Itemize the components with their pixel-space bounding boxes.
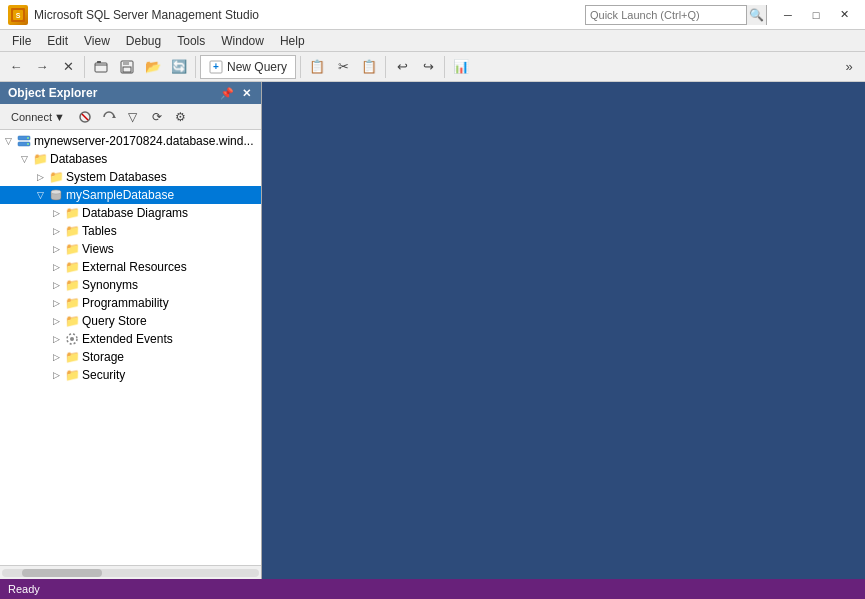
toolbar-copy-btn[interactable]: 📋 bbox=[305, 55, 329, 79]
databases-label: Databases bbox=[50, 152, 107, 166]
toolbar-cut-btn[interactable]: ✂ bbox=[331, 55, 355, 79]
menu-view[interactable]: View bbox=[76, 30, 118, 52]
server-label: mynewserver-20170824.database.wind... bbox=[34, 134, 253, 148]
title-bar: S Microsoft SQL Server Management Studio… bbox=[0, 0, 865, 30]
storage-label: Storage bbox=[82, 350, 124, 364]
security-expander[interactable]: ▷ bbox=[48, 367, 64, 383]
menu-help[interactable]: Help bbox=[272, 30, 313, 52]
tree-node-views[interactable]: ▷ 📁 Views bbox=[0, 240, 261, 258]
security-folder-icon: 📁 bbox=[64, 367, 80, 383]
menu-window[interactable]: Window bbox=[213, 30, 272, 52]
databases-expander[interactable]: ▽ bbox=[16, 151, 32, 167]
tree-node-database-diagrams[interactable]: ▷ 📁 Database Diagrams bbox=[0, 204, 261, 222]
svg-marker-12 bbox=[112, 115, 116, 118]
toolbar-sep-2 bbox=[195, 56, 196, 78]
toolbar-expand-btn[interactable]: » bbox=[837, 55, 861, 79]
scrollbar-track[interactable] bbox=[2, 569, 259, 577]
tables-expander[interactable]: ▷ bbox=[48, 223, 64, 239]
tree-node-storage[interactable]: ▷ 📁 Storage bbox=[0, 348, 261, 366]
external-resources-label: External Resources bbox=[82, 260, 187, 274]
tree-node-synonyms[interactable]: ▷ 📁 Synonyms bbox=[0, 276, 261, 294]
oe-refresh-btn[interactable] bbox=[98, 106, 120, 128]
close-button[interactable]: ✕ bbox=[831, 5, 857, 25]
menu-bar: File Edit View Debug Tools Window Help bbox=[0, 30, 865, 52]
query-store-expander[interactable]: ▷ bbox=[48, 313, 64, 329]
window-controls: ─ □ ✕ bbox=[775, 5, 857, 25]
tree-node-system-databases[interactable]: ▷ 📁 System Databases bbox=[0, 168, 261, 186]
database-icon bbox=[48, 187, 64, 203]
toolbar-redo-btn[interactable]: ↪ bbox=[416, 55, 440, 79]
tree-node-mysampledatabase[interactable]: ▽ mySampleDatabase bbox=[0, 186, 261, 204]
synonyms-label: Synonyms bbox=[82, 278, 138, 292]
search-input[interactable] bbox=[586, 9, 746, 21]
toolbar-stop-btn[interactable]: ✕ bbox=[56, 55, 80, 79]
toolbar-btn-3[interactable]: 📂 bbox=[141, 55, 165, 79]
toolbar-chart-btn[interactable]: 📊 bbox=[449, 55, 473, 79]
query-store-label: Query Store bbox=[82, 314, 147, 328]
system-databases-expander[interactable]: ▷ bbox=[32, 169, 48, 185]
main-area: Object Explorer 📌 ✕ Connect ▼ ▽ ⟳ ⚙ bbox=[0, 82, 865, 579]
svg-point-16 bbox=[27, 143, 29, 145]
query-store-folder-icon: 📁 bbox=[64, 313, 80, 329]
synonyms-expander[interactable]: ▷ bbox=[48, 277, 64, 293]
mysampledatabase-expander[interactable]: ▽ bbox=[32, 187, 48, 203]
object-explorer-toolbar: Connect ▼ ▽ ⟳ ⚙ bbox=[0, 104, 261, 130]
oe-settings-btn[interactable]: ⚙ bbox=[170, 106, 192, 128]
toolbar-paste-btn[interactable]: 📋 bbox=[357, 55, 381, 79]
svg-rect-3 bbox=[95, 63, 107, 72]
toolbar-back-btn[interactable]: ← bbox=[4, 55, 28, 79]
tree-node-query-store[interactable]: ▷ 📁 Query Store bbox=[0, 312, 261, 330]
tree-node-external-resources[interactable]: ▷ 📁 External Resources bbox=[0, 258, 261, 276]
svg-point-15 bbox=[27, 137, 29, 139]
connect-button[interactable]: Connect ▼ bbox=[4, 106, 72, 128]
extended-events-expander[interactable]: ▷ bbox=[48, 331, 64, 347]
storage-folder-icon: 📁 bbox=[64, 349, 80, 365]
oe-pin-btn[interactable]: 📌 bbox=[218, 87, 236, 100]
restore-button[interactable]: □ bbox=[803, 5, 829, 25]
database-diagrams-label: Database Diagrams bbox=[82, 206, 188, 220]
tables-folder-icon: 📁 bbox=[64, 223, 80, 239]
toolbar-sep-1 bbox=[84, 56, 85, 78]
tree-scrollbar[interactable] bbox=[0, 565, 261, 579]
tree-node-server[interactable]: ▽ mynewserver-20170824.database.wind... bbox=[0, 132, 261, 150]
extended-events-icon bbox=[64, 331, 80, 347]
search-icon[interactable]: 🔍 bbox=[746, 5, 766, 25]
toolbar-forward-btn[interactable]: → bbox=[30, 55, 54, 79]
toolbar-btn-2[interactable] bbox=[89, 55, 113, 79]
menu-tools[interactable]: Tools bbox=[169, 30, 213, 52]
storage-expander[interactable]: ▷ bbox=[48, 349, 64, 365]
synonyms-folder-icon: 📁 bbox=[64, 277, 80, 293]
external-resources-folder-icon: 📁 bbox=[64, 259, 80, 275]
quick-launch-search[interactable]: 🔍 bbox=[585, 5, 767, 25]
scrollbar-thumb[interactable] bbox=[22, 569, 102, 577]
tree-view[interactable]: ▽ mynewserver-20170824.database.wind... … bbox=[0, 130, 261, 565]
status-bar: Ready bbox=[0, 579, 865, 599]
menu-debug[interactable]: Debug bbox=[118, 30, 169, 52]
oe-sync-btn[interactable]: ⟳ bbox=[146, 106, 168, 128]
tree-node-security[interactable]: ▷ 📁 Security bbox=[0, 366, 261, 384]
toolbar-undo-btn[interactable]: ↩ bbox=[390, 55, 414, 79]
minimize-button[interactable]: ─ bbox=[775, 5, 801, 25]
external-resources-expander[interactable]: ▷ bbox=[48, 259, 64, 275]
oe-disconnect-btn[interactable] bbox=[74, 106, 96, 128]
views-expander[interactable]: ▷ bbox=[48, 241, 64, 257]
oe-filter-btn[interactable]: ▽ bbox=[122, 106, 144, 128]
programmability-folder-icon: 📁 bbox=[64, 295, 80, 311]
tree-node-extended-events[interactable]: ▷ Extended Events bbox=[0, 330, 261, 348]
programmability-expander[interactable]: ▷ bbox=[48, 295, 64, 311]
tree-node-tables[interactable]: ▷ 📁 Tables bbox=[0, 222, 261, 240]
svg-point-18 bbox=[51, 190, 61, 194]
databases-folder-icon: 📁 bbox=[32, 151, 48, 167]
toolbar-save-btn[interactable] bbox=[115, 55, 139, 79]
svg-rect-7 bbox=[123, 67, 131, 72]
server-expander[interactable]: ▽ bbox=[0, 133, 16, 149]
menu-edit[interactable]: Edit bbox=[39, 30, 76, 52]
tree-node-databases[interactable]: ▽ 📁 Databases bbox=[0, 150, 261, 168]
tree-node-programmability[interactable]: ▷ 📁 Programmability bbox=[0, 294, 261, 312]
menu-file[interactable]: File bbox=[4, 30, 39, 52]
database-diagrams-expander[interactable]: ▷ bbox=[48, 205, 64, 221]
new-query-button[interactable]: + New Query bbox=[200, 55, 296, 79]
toolbar-btn-4[interactable]: 🔄 bbox=[167, 55, 191, 79]
connect-dropdown-icon: ▼ bbox=[54, 111, 65, 123]
oe-close-btn[interactable]: ✕ bbox=[240, 87, 253, 100]
